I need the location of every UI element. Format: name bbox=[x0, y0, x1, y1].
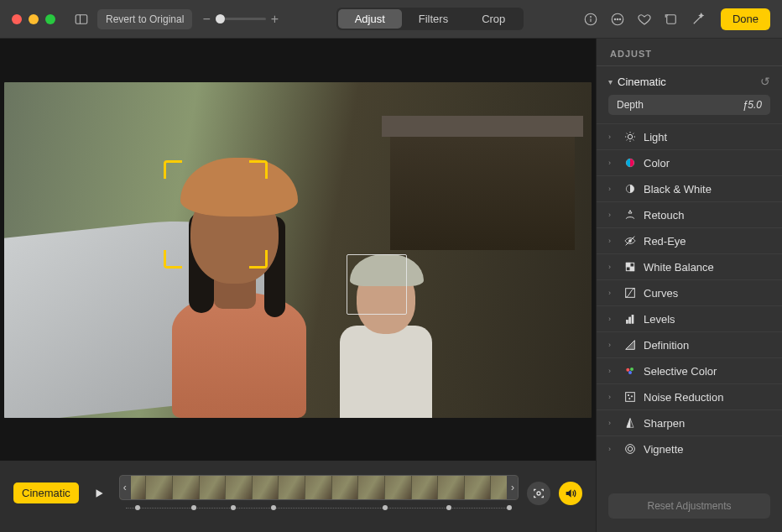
viewer[interactable] bbox=[0, 39, 596, 461]
zoom-in-icon[interactable]: + bbox=[271, 12, 279, 27]
adjust-curves[interactable]: › Curves bbox=[597, 279, 782, 305]
bw-icon bbox=[623, 182, 637, 196]
adjust-wb[interactable]: › White Balance bbox=[597, 253, 782, 279]
adjust-label: Color bbox=[644, 157, 670, 170]
cinematic-label: Cinematic bbox=[618, 76, 666, 88]
primary-focus-box[interactable] bbox=[165, 162, 266, 267]
edit-mode-tabs: Adjust Filters Crop bbox=[336, 8, 524, 30]
adjust-label: Light bbox=[644, 131, 667, 143]
definition-icon bbox=[623, 338, 637, 352]
filmstrip[interactable]: ‹ › bbox=[119, 475, 519, 500]
depth-row[interactable]: Depth ƒ5.0 bbox=[608, 95, 770, 115]
adjust-label: Definition bbox=[644, 339, 689, 352]
zoom-out-icon[interactable]: − bbox=[202, 12, 210, 27]
svg-point-11 bbox=[628, 134, 632, 138]
adjust-levels[interactable]: › Levels bbox=[597, 305, 782, 331]
trim-end-handle[interactable]: › bbox=[507, 475, 519, 500]
svg-rect-17 bbox=[626, 263, 630, 267]
zoom-window-button[interactable] bbox=[45, 14, 55, 24]
svg-rect-0 bbox=[76, 14, 87, 23]
svg-point-6 bbox=[614, 18, 616, 20]
adjust-sharpen[interactable]: › Sharpen bbox=[597, 409, 782, 436]
secondary-focus-box[interactable] bbox=[347, 254, 407, 315]
cinematic-toggle[interactable]: Cinematic bbox=[13, 482, 79, 503]
cinematic-section-header[interactable]: ▾ Cinematic ↺ bbox=[597, 66, 782, 95]
zoom-control[interactable]: − + bbox=[202, 12, 279, 27]
toolbar-right bbox=[581, 10, 707, 29]
selective-color-icon bbox=[623, 364, 637, 378]
zoom-slider[interactable] bbox=[216, 18, 266, 20]
done-button[interactable]: Done bbox=[721, 8, 770, 30]
svg-rect-22 bbox=[632, 315, 633, 323]
auto-enhance-icon[interactable] bbox=[689, 10, 707, 29]
chevron-right-icon: › bbox=[608, 263, 617, 271]
adjust-bw[interactable]: › Black & White bbox=[597, 175, 782, 201]
light-icon bbox=[623, 130, 637, 143]
adjustments-list: › Light › Color › Black & White › Retouc… bbox=[597, 123, 782, 483]
timeline: ‹ › bbox=[119, 475, 519, 512]
sharpen-icon bbox=[623, 416, 637, 430]
reset-cinematic-icon[interactable]: ↺ bbox=[760, 75, 770, 88]
adjust-selective-color[interactable]: › Selective Color bbox=[597, 357, 782, 383]
color-icon bbox=[623, 156, 637, 170]
adjust-light[interactable]: › Light bbox=[597, 123, 782, 149]
chevron-right-icon: › bbox=[608, 159, 617, 167]
adjust-label: Retouch bbox=[644, 209, 684, 222]
revert-button[interactable]: Revert to Original bbox=[97, 9, 192, 29]
sidebar-toggle-icon[interactable] bbox=[72, 10, 91, 29]
tab-adjust[interactable]: Adjust bbox=[338, 9, 402, 29]
focus-track[interactable] bbox=[119, 505, 519, 512]
rotate-icon[interactable] bbox=[662, 10, 680, 29]
audio-button[interactable] bbox=[559, 482, 582, 505]
chevron-right-icon: › bbox=[608, 185, 617, 193]
svg-point-7 bbox=[617, 18, 618, 20]
svg-point-8 bbox=[619, 18, 621, 20]
adjust-color[interactable]: › Color bbox=[597, 149, 782, 175]
redeye-icon bbox=[623, 234, 637, 248]
adjust-label: Vignette bbox=[644, 443, 683, 456]
svg-point-4 bbox=[591, 16, 592, 17]
svg-point-24 bbox=[630, 368, 633, 371]
adjust-label: Black & White bbox=[644, 183, 712, 196]
adjust-label: Curves bbox=[644, 287, 678, 300]
play-button[interactable] bbox=[87, 482, 111, 505]
svg-rect-18 bbox=[630, 267, 634, 271]
autofocus-button[interactable] bbox=[527, 482, 550, 505]
adjust-vignette[interactable]: › Vignette bbox=[597, 436, 782, 462]
svg-rect-9 bbox=[667, 14, 676, 23]
reset-adjustments-button[interactable]: Reset Adjustments bbox=[608, 493, 770, 519]
bottom-bar: Cinematic ‹ › bbox=[0, 461, 596, 532]
adjust-label: Red-Eye bbox=[644, 235, 686, 248]
adjust-redeye[interactable]: › Red-Eye bbox=[597, 227, 782, 253]
favorite-icon[interactable] bbox=[635, 10, 654, 29]
curves-icon bbox=[623, 286, 637, 300]
svg-point-25 bbox=[628, 371, 632, 374]
chevron-right-icon: › bbox=[608, 445, 617, 453]
info-icon[interactable] bbox=[581, 10, 600, 29]
more-icon[interactable] bbox=[608, 10, 627, 29]
retouch-icon bbox=[623, 208, 637, 222]
svg-point-10 bbox=[537, 492, 540, 495]
svg-rect-26 bbox=[626, 393, 635, 402]
chevron-down-icon: ▾ bbox=[608, 77, 613, 86]
noise-icon bbox=[623, 390, 637, 404]
video-frame bbox=[4, 82, 592, 418]
chevron-right-icon: › bbox=[608, 367, 617, 375]
adjust-retouch[interactable]: › Retouch bbox=[597, 201, 782, 227]
adjust-label: Selective Color bbox=[644, 365, 717, 378]
adjust-sidebar: ADJUST ▾ Cinematic ↺ Depth ƒ5.0 › Light … bbox=[596, 39, 782, 532]
vignette-icon bbox=[623, 442, 637, 456]
svg-point-31 bbox=[628, 446, 632, 451]
titlebar: Revert to Original − + Adjust Filters Cr… bbox=[0, 0, 782, 39]
chevron-right-icon: › bbox=[608, 419, 617, 427]
tab-crop[interactable]: Crop bbox=[465, 9, 522, 29]
tab-filters[interactable]: Filters bbox=[402, 9, 465, 29]
close-window-button[interactable] bbox=[12, 14, 22, 24]
trim-start-handle[interactable]: ‹ bbox=[119, 475, 131, 500]
adjust-noise-reduction[interactable]: › Noise Reduction bbox=[597, 383, 782, 409]
minimize-window-button[interactable] bbox=[29, 14, 39, 24]
adjust-label: White Balance bbox=[644, 261, 714, 274]
adjust-label: Noise Reduction bbox=[644, 391, 723, 404]
chevron-right-icon: › bbox=[608, 393, 617, 401]
adjust-definition[interactable]: › Definition bbox=[597, 331, 782, 357]
